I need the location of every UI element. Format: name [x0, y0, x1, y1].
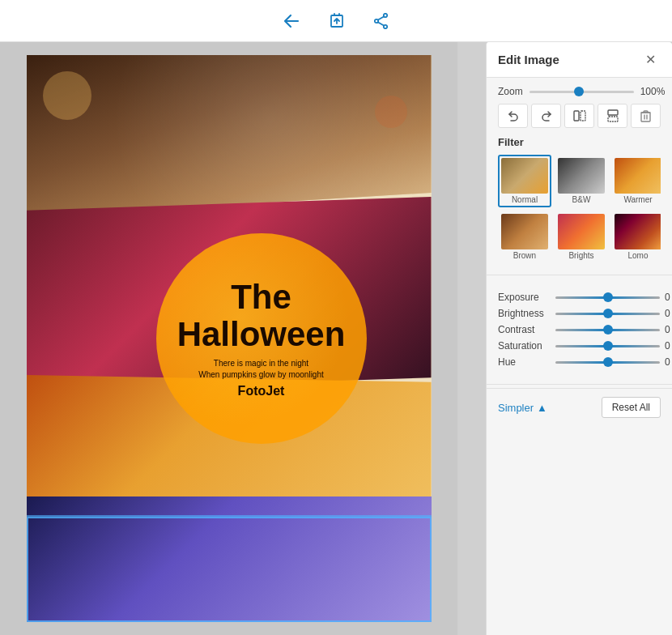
filter-name-brights: Brights — [568, 251, 593, 260]
circle-subtitle: There is magic in the nightWhen pumpkins… — [198, 358, 324, 381]
hue-value: 0 — [665, 356, 670, 368]
svg-rect-4 — [574, 111, 579, 121]
adjustments-section: Exposure 0 Brightness 0 Contrast 0 Satur… — [487, 283, 672, 381]
edit-panel: Edit Image ✕ Zoom 100% — [486, 42, 672, 635]
flip-h-button[interactable] — [564, 104, 594, 128]
filter-warmer[interactable]: Warmer — [611, 155, 661, 207]
hue-slider[interactable] — [555, 361, 660, 364]
hue-row: Hue 0 — [498, 356, 661, 368]
panel-close-button[interactable]: ✕ — [640, 50, 661, 69]
filter-thumb-warmer — [615, 158, 661, 194]
canvas-area: The Halloween There is magic in the nigh… — [0, 42, 457, 635]
filter-bw[interactable]: B&W — [555, 155, 608, 207]
filter-name-warmer: Warmer — [623, 195, 652, 204]
delete-button[interactable] — [631, 104, 661, 128]
filter-grid: Normal B&W Warmer Brown Brights Lomo — [498, 155, 661, 263]
simpler-icon: ▲ — [537, 402, 547, 414]
zoom-slider[interactable] — [530, 91, 634, 93]
filter-name-bw: B&W — [572, 195, 591, 204]
divider-1 — [487, 275, 672, 275]
svg-rect-5 — [581, 111, 585, 121]
exposure-value: 0 — [665, 292, 670, 303]
filter-brights[interactable]: Brights — [555, 211, 608, 263]
filter-name-brown: Brown — [513, 251, 536, 260]
export-button[interactable] — [322, 8, 351, 34]
circle-title: The Halloween — [177, 279, 346, 353]
saturation-label: Saturation — [498, 340, 551, 352]
saturation-row: Saturation 0 — [498, 340, 661, 352]
panel-bottom: Simpler ▲ Reset All — [487, 388, 672, 426]
exposure-slider[interactable] — [555, 296, 660, 299]
action-row — [498, 104, 661, 128]
flip-v-button[interactable] — [598, 104, 627, 128]
filter-thumb-bw — [558, 158, 605, 194]
collage: The Halloween There is magic in the nigh… — [27, 55, 432, 622]
filter-name-lomo: Lomo — [627, 251, 648, 260]
filter-thumb-brown — [501, 214, 548, 249]
redo-button[interactable] — [531, 104, 561, 128]
filter-normal[interactable]: Normal — [498, 155, 551, 207]
contrast-value: 0 — [665, 324, 670, 335]
zoom-value: 100% — [640, 86, 666, 97]
svg-rect-7 — [608, 117, 618, 121]
panel-title: Edit Image — [498, 53, 559, 66]
decor-circle-1 — [43, 71, 91, 120]
saturation-value: 0 — [665, 340, 670, 352]
filter-thumb-lomo — [615, 214, 661, 249]
filter-brown[interactable]: Brown — [498, 211, 551, 263]
reset-all-button[interactable]: Reset All — [602, 397, 661, 418]
zoom-row: Zoom 100% — [498, 86, 661, 97]
photo-strip-top — [27, 55, 432, 217]
brightness-slider[interactable] — [555, 313, 660, 315]
exposure-row: Exposure 0 — [498, 292, 661, 303]
filter-name-normal: Normal — [512, 195, 538, 204]
saturation-slider[interactable] — [555, 345, 660, 347]
strip-border-top — [27, 515, 432, 517]
collage-circle-overlay: The Halloween There is magic in the nigh… — [156, 233, 367, 444]
simpler-button[interactable]: Simpler ▲ — [498, 402, 547, 414]
brightness-label: Brightness — [498, 308, 551, 319]
back-button[interactable] — [277, 9, 306, 33]
contrast-label: Contrast — [498, 324, 551, 335]
brightness-row: Brightness 0 — [498, 308, 661, 319]
filter-lomo[interactable]: Lomo — [611, 211, 661, 263]
filter-thumb-brights — [558, 214, 605, 249]
share-button[interactable] — [368, 8, 395, 34]
zoom-label: Zoom — [498, 86, 523, 97]
panel-header: Edit Image ✕ — [487, 42, 672, 78]
contrast-row: Contrast 0 — [498, 324, 661, 335]
filter-label: Filter — [498, 136, 661, 148]
decor-circle-2 — [375, 96, 407, 128]
top-toolbar — [0, 0, 672, 42]
brightness-value: 0 — [665, 308, 670, 319]
exposure-label: Exposure — [498, 292, 551, 303]
svg-rect-8 — [641, 113, 650, 121]
undo-button[interactable] — [498, 104, 528, 128]
zoom-section: Zoom 100% — [487, 78, 672, 271]
simpler-label: Simpler — [498, 402, 534, 414]
contrast-slider[interactable] — [555, 329, 660, 331]
divider-2 — [487, 384, 672, 385]
circle-brand: FotoJet — [238, 384, 285, 398]
filter-thumb-normal — [501, 158, 548, 194]
svg-rect-6 — [608, 110, 618, 115]
hue-label: Hue — [498, 356, 551, 368]
